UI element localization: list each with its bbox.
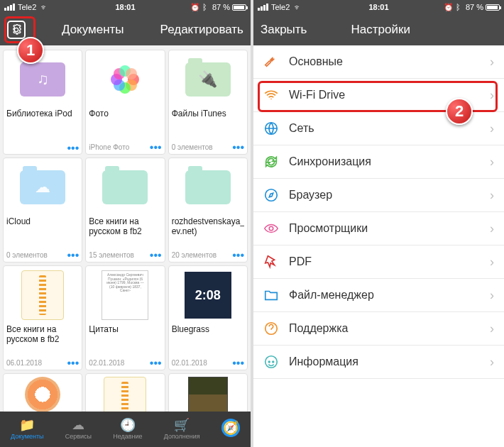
more-button[interactable]: ••• xyxy=(67,360,80,366)
svg-point-6 xyxy=(273,361,274,363)
tab-browser[interactable]: 🧭 xyxy=(221,419,240,438)
tile-name: Цитаты xyxy=(89,324,161,346)
settings-row-label: PDF xyxy=(289,255,312,268)
tile-thumbnail: 2:08 xyxy=(172,269,244,321)
close-button[interactable]: Закрыть xyxy=(261,23,307,37)
chevron-right-icon: › xyxy=(490,55,494,70)
tile-thumbnail: ☁ xyxy=(6,161,79,214)
tab-label: Сервисы xyxy=(65,433,92,440)
folder-icon: ♫ xyxy=(20,62,65,96)
more-button[interactable]: ••• xyxy=(232,145,244,150)
callout-badge-1: 1 xyxy=(17,37,44,64)
help-icon xyxy=(263,321,279,336)
carrier-label: Tele2 xyxy=(271,3,290,11)
document-tile[interactable]: Все книги на русском в fb206.01.2018••• xyxy=(3,265,82,370)
tile-name: Все книги на русском в fb2 xyxy=(6,324,79,346)
tile-meta: iPhone Фото••• xyxy=(89,143,161,151)
edit-button[interactable]: Редактировать xyxy=(160,23,243,37)
image-thumbnail xyxy=(188,377,228,412)
documents-grid[interactable]: ♫Библиотека iPod•••ФотоiPhone Фото•••🔌Фа… xyxy=(0,45,251,412)
battery-icon xyxy=(486,4,500,11)
tab-label: Документы xyxy=(11,433,43,440)
settings-row-sync[interactable]: Синхронизация› xyxy=(253,145,504,179)
settings-row-label: Сеть xyxy=(289,122,314,135)
document-tile[interactable]: 2:08Bluegrass02.01.2018••• xyxy=(168,265,248,370)
document-tile[interactable]: Все книги на русском в fb215 элементов••… xyxy=(85,158,165,263)
tile-meta: 0 элементов••• xyxy=(6,251,79,259)
tile-thumbnail: Александр Сергеевич Пушкин: «Родился (6 … xyxy=(89,269,161,321)
more-button[interactable]: ••• xyxy=(232,253,244,258)
folder-icon xyxy=(263,287,279,303)
chevron-right-icon: › xyxy=(490,355,494,370)
settings-row-folder[interactable]: Файл-менеджер› xyxy=(253,279,504,312)
tile-name: Файлы iTunes xyxy=(172,109,244,130)
settings-row-label: Основные xyxy=(289,55,343,68)
settings-row-wrench[interactable]: Основные› xyxy=(253,45,504,79)
document-tile[interactable]: rozhdestvenskaya_m…ev.net)20 элементов••… xyxy=(168,158,248,263)
svg-point-5 xyxy=(268,361,270,363)
document-tile[interactable]: Александр Сергеевич Пушкин: «Родился (6 … xyxy=(85,265,165,370)
document-tile[interactable] xyxy=(3,373,82,412)
tile-name: Библиотека iPod xyxy=(6,109,79,130)
tile-meta: 06.01.2018••• xyxy=(6,359,79,367)
battery-percent: 87 % xyxy=(466,3,483,11)
tab-Документы[interactable]: 📁Документы xyxy=(11,417,43,440)
tab-label: Дополнения xyxy=(164,433,200,440)
phone-documents: Tele2 ᯤ 18:01 ⏰ ᛒ 87 % Документы Редакти… xyxy=(0,0,251,447)
document-tile[interactable]: 🔌Файлы iTunes0 элементов••• xyxy=(168,50,248,155)
tile-thumbnail xyxy=(6,269,79,321)
tile-meta: 0 элементов••• xyxy=(172,143,244,151)
tile-meta: 02.01.2018••• xyxy=(89,359,161,367)
document-tile[interactable]: ☁iCloud0 элементов••• xyxy=(3,158,82,263)
settings-row-info[interactable]: Информация› xyxy=(253,346,504,379)
tab-bar: 📁Документы☁Сервисы🕘Недавние🛒Дополнения🧭 xyxy=(0,412,251,447)
tab-Недавние[interactable]: 🕘Недавние xyxy=(113,417,142,440)
callout-badge-2: 2 xyxy=(446,98,473,125)
tab-Сервисы[interactable]: ☁Сервисы xyxy=(65,417,92,440)
alarm-icon: ⏰ xyxy=(444,3,454,12)
status-bar: Tele2 ᯤ 18:01 ⏰ ᛒ 87 % xyxy=(0,0,251,14)
tile-name: Bluegrass xyxy=(172,324,244,346)
tile-thumbnail xyxy=(89,377,161,412)
chevron-right-icon: › xyxy=(490,188,494,203)
more-button[interactable]: ••• xyxy=(67,253,80,258)
tab-icon: 🛒 xyxy=(174,417,190,431)
settings-button[interactable] xyxy=(7,21,26,39)
compass-icon xyxy=(263,187,279,203)
status-bar: Tele2 ᯤ 18:01 ⏰ ᛒ 87 % xyxy=(253,0,504,14)
wifi-icon: ᯤ xyxy=(294,3,302,11)
settings-row-label: Браузер xyxy=(289,189,332,202)
settings-row-eye[interactable]: Просмотрщики› xyxy=(253,212,504,245)
document-tile[interactable] xyxy=(85,373,165,412)
more-button[interactable]: ••• xyxy=(150,145,162,150)
tab-icon: 📁 xyxy=(19,417,35,431)
settings-list[interactable]: 2 Основные›Wi-Fi Drive›Сеть›Синхронизаци… xyxy=(253,45,504,447)
folder-icon: ☁ xyxy=(20,170,65,204)
zip-icon xyxy=(21,270,64,320)
photos-icon xyxy=(108,62,142,96)
settings-row-label: Просмотрщики xyxy=(289,222,368,235)
document-tile[interactable]: ФотоiPhone Фото••• xyxy=(85,50,165,155)
document-tile[interactable]: ♫Библиотека iPod••• xyxy=(3,50,82,155)
document-tile[interactable] xyxy=(168,373,248,412)
wifi-icon: ᯤ xyxy=(40,3,48,11)
tab-Дополнения[interactable]: 🛒Дополнения xyxy=(164,417,200,440)
signal-bars-icon xyxy=(258,4,268,11)
more-button[interactable]: ••• xyxy=(232,360,244,366)
more-button[interactable]: ••• xyxy=(150,253,162,258)
tile-thumbnail: 🔌 xyxy=(172,53,244,106)
settings-row-compass[interactable]: Браузер› xyxy=(253,179,504,212)
folder-icon: 🔌 xyxy=(185,62,231,96)
settings-row-help[interactable]: Поддержка› xyxy=(253,312,504,346)
settings-row-pdf[interactable]: PDF› xyxy=(253,245,504,279)
tile-meta: 15 элементов••• xyxy=(89,251,161,259)
settings-row-label: Информация xyxy=(289,355,358,368)
more-button[interactable]: ••• xyxy=(150,360,162,366)
sync-icon xyxy=(263,154,279,170)
more-button[interactable]: ••• xyxy=(67,145,80,151)
tab-icon: 🧭 xyxy=(221,419,240,437)
signal-bars-icon xyxy=(4,4,15,11)
page-title: Настройки xyxy=(351,23,410,37)
svg-point-2 xyxy=(269,226,273,231)
zip-icon xyxy=(104,377,146,412)
